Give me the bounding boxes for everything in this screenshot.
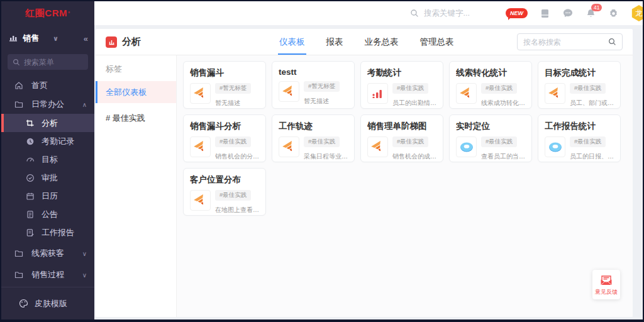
sidebar-item-approval[interactable]: 审批	[1, 169, 94, 187]
folder-icon	[14, 270, 24, 280]
global-search[interactable]	[410, 9, 506, 18]
sidebar-search-input[interactable]	[24, 58, 83, 67]
sidebar-item-label: 日常办公	[31, 99, 64, 110]
chat-icon[interactable]	[562, 8, 574, 19]
sidebar-item-announcement[interactable]: 公告	[1, 205, 94, 223]
tab-dashboard[interactable]: 仪表板	[279, 29, 305, 55]
sidebar-item-work-report[interactable]: 工作报告	[1, 223, 94, 242]
sidebar-item-label: 目标	[42, 154, 58, 165]
tags-panel: 标签 全部仪表板 # 最佳实践	[96, 55, 177, 317]
card-title: 销售理单阶梯图	[367, 121, 436, 132]
approval-icon	[25, 173, 35, 183]
sidebar-item-attendance[interactable]: 考勤记录	[1, 132, 94, 150]
sidebar-item-analysis[interactable]: 分析	[1, 114, 94, 132]
card-thumbnail-icon	[456, 83, 477, 104]
clock-icon	[25, 136, 35, 147]
dashboard-card[interactable]: 客户位置分布 #最佳实践 在地图上查看客户的.	[183, 168, 266, 216]
sidebar-item-label: 考勤记录	[42, 136, 74, 147]
card-title: 工作轨迹	[279, 121, 348, 132]
card-title: 考勤统计	[367, 67, 436, 79]
sidebar-item-leads[interactable]: 线索获客 ∨	[1, 244, 94, 263]
sidebar-menu: 首页 日常办公 ∧ 分析 考勤记录 目标 审批	[1, 74, 94, 287]
card-description: 员工、部门或其他业...	[570, 99, 614, 108]
folder-icon	[14, 99, 24, 109]
workspace-switcher[interactable]: 销售 ∨ «	[1, 28, 94, 49]
page-title-text: 分析	[122, 36, 141, 48]
tag-item-best-practice[interactable]: # 最佳实践	[96, 107, 176, 129]
sidebar-item-home[interactable]: 首页	[1, 76, 94, 95]
sidebar-item-sales-process[interactable]: 销售过程 ∨	[1, 265, 94, 284]
panel-body: 标签 全部仪表板 # 最佳实践 销售漏斗	[96, 55, 633, 317]
tab-business-summary[interactable]: 业务总表	[365, 29, 399, 55]
card-tag: #最佳实践	[304, 136, 340, 147]
sidebar-item-label: 日历	[42, 191, 58, 202]
collapse-sidebar-icon[interactable]: «	[84, 34, 87, 43]
bell-icon[interactable]: 41	[586, 8, 596, 19]
card-tag: #最佳实践	[481, 83, 517, 94]
card-tag: #暂无标签	[215, 83, 251, 94]
skin-template-button[interactable]: 皮肤模版	[1, 287, 94, 319]
workspace-label: 销售	[23, 33, 39, 44]
knowledge-book-icon[interactable]	[540, 8, 550, 19]
dashboard-card[interactable]: 工作轨迹 #最佳实践 采集日程等业务数据...	[272, 114, 355, 162]
card-thumbnail-icon	[190, 136, 211, 157]
user-avatar[interactable]: 龙	[631, 5, 643, 21]
feedback-button[interactable]: 意见反馈	[592, 270, 620, 299]
dashboard-card[interactable]: 工作报告统计 #最佳实践 员工的日报、周报和.	[538, 114, 621, 162]
name-search-input[interactable]	[523, 38, 604, 47]
card-title: 线索转化统计	[456, 67, 525, 79]
name-search[interactable]	[517, 33, 623, 50]
dashboard-card[interactable]: testt #暂无标签 暂无描述	[272, 61, 355, 109]
sidebar-search[interactable]	[8, 54, 88, 70]
new-badge[interactable]: NEW	[506, 8, 528, 18]
card-thumbnail-icon	[190, 83, 211, 104]
sidebar-item-calendar[interactable]: 日历	[1, 187, 94, 205]
dashboard-card[interactable]: 销售漏斗分析 #最佳实践 销售机会的分阶段漏.	[183, 114, 266, 162]
card-title: 客户位置分布	[190, 174, 259, 186]
search-icon	[410, 9, 419, 18]
dashboard-card[interactable]: 线索转化统计 #最佳实践 线索成功转化为客户.	[449, 61, 532, 109]
dashboard-card[interactable]: 目标完成统计 #最佳实践 员工、部门或其他业.	[538, 61, 621, 109]
app-frame: 红圈CRM° 销售 ∨ « 首页 日常办公 ∧	[1, 1, 643, 319]
dashboard-card[interactable]: 考勤统计 #最佳实践 员工的出勤情况统计	[360, 61, 443, 109]
dashboard-grid: 销售漏斗 #暂无标签 暂无描述	[177, 55, 633, 221]
card-tag: #最佳实践	[215, 136, 251, 147]
app-logo: 红圈CRM°	[1, 1, 94, 25]
calendar-icon	[25, 191, 35, 201]
card-description: 销售机会的分阶段漏...	[215, 152, 259, 161]
card-description: 员工的日报、周报和...	[570, 152, 614, 161]
tab-management-summary[interactable]: 管理总表	[420, 29, 454, 55]
card-tag: #最佳实践	[215, 190, 251, 201]
card-description: 在地图上查看客户的...	[215, 206, 259, 214]
chevron-down-icon: ∨	[53, 35, 58, 43]
card-title: 销售漏斗	[190, 67, 259, 79]
tags-title: 标签	[96, 55, 176, 81]
card-description: 暂无描述	[215, 99, 251, 108]
chevron-up-icon: ∧	[82, 101, 87, 108]
sidebar-item-label: 线索获客	[31, 248, 64, 259]
card-thumbnail-icon	[367, 83, 388, 104]
card-title: 目标完成统计	[545, 67, 614, 79]
search-icon	[608, 38, 616, 46]
analysis-page-icon	[106, 36, 117, 48]
report-icon	[25, 228, 35, 238]
card-description: 暂无描述	[304, 97, 340, 106]
tag-item-all-dashboards[interactable]: 全部仪表板	[96, 81, 176, 103]
gauge-icon	[25, 155, 35, 165]
card-title: 工作报告统计	[545, 121, 614, 132]
global-search-input[interactable]	[424, 9, 506, 18]
card-thumbnail-icon	[545, 136, 565, 157]
tab-reports[interactable]: 报表	[326, 29, 343, 55]
sidebar-item-goals[interactable]: 目标	[1, 150, 94, 169]
topbar: NEW 41 龙	[94, 1, 643, 25]
dashboard-card[interactable]: 实时定位 #最佳实践 查看员工的当前位置...	[449, 114, 532, 162]
bar-chart-icon	[9, 33, 18, 44]
dashboard-card[interactable]: 销售理单阶梯图 #最佳实践 销售机会的成交状态	[360, 114, 443, 162]
sidebar-item-label: 审批	[42, 172, 58, 184]
sidebar-item-daily-office[interactable]: 日常办公 ∧	[1, 95, 94, 114]
dashboard-card[interactable]: 销售漏斗 #暂无标签 暂无描述	[183, 61, 266, 109]
envelope-icon	[599, 274, 613, 286]
card-tag: #最佳实践	[392, 136, 428, 147]
card-description: 线索成功转化为客户...	[481, 99, 525, 108]
gear-icon[interactable]	[608, 8, 619, 19]
